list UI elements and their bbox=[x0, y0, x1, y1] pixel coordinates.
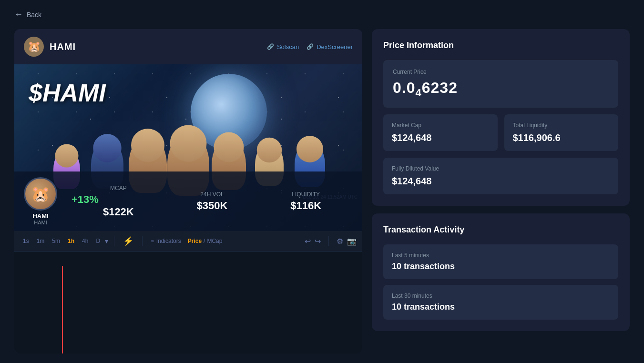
indicators-label: Indicators bbox=[156, 238, 181, 244]
chart-type-button[interactable]: ⚡ bbox=[120, 235, 136, 247]
timeframe-1h[interactable]: 1h bbox=[65, 236, 77, 246]
chart-price-line bbox=[62, 266, 63, 353]
mcap-change: +13% bbox=[72, 193, 99, 206]
token-profile-ticker: HAMI bbox=[34, 220, 47, 225]
timeframe-d[interactable]: D bbox=[93, 236, 103, 246]
timeframe-dropdown[interactable]: ▾ bbox=[105, 237, 108, 245]
stat-vol: 24H VOL $350K bbox=[165, 191, 259, 212]
fdv-label: Fully Diluted Value bbox=[392, 165, 610, 172]
back-button[interactable]: ← Back bbox=[14, 10, 41, 20]
price-info-title: Price Information bbox=[383, 40, 618, 50]
slash-separator: / bbox=[204, 238, 205, 244]
price-subscript: 4 bbox=[415, 87, 421, 99]
current-price-label: Current Price bbox=[393, 69, 609, 75]
chart-container: 1s 1m 5m 1h 4h D ▾ ⚡ ≈ Indicators bbox=[14, 231, 362, 353]
price-main: 0.0 bbox=[393, 79, 415, 96]
current-price-value: 0.046232 bbox=[393, 79, 609, 99]
back-arrow-icon: ← bbox=[14, 10, 23, 20]
transaction-section: Transaction Activity Last 5 minutes 10 t… bbox=[372, 213, 630, 331]
back-label: Back bbox=[27, 11, 41, 19]
stat-liquidity: LIQUIDITY $116K bbox=[259, 191, 353, 212]
vol-value: $350K bbox=[165, 200, 259, 212]
liquidity-label: LIQUIDITY bbox=[259, 191, 353, 198]
token-header: 🐹 HAMI 🔗 Solscan 🔗 DexScreener bbox=[14, 29, 362, 64]
right-panel: Price Information Current Price 0.046232… bbox=[372, 29, 630, 353]
vol-label: 24H VOL bbox=[165, 191, 259, 198]
stat-mcap: MCAP +13% $122K bbox=[72, 185, 165, 218]
total-liquidity-label: Total Liquidity bbox=[513, 122, 610, 129]
current-price-card: Current Price 0.046232 bbox=[383, 60, 618, 108]
dexscreener-link[interactable]: 🔗 DexScreener bbox=[307, 43, 353, 50]
undo-button[interactable]: ↩ bbox=[305, 237, 311, 246]
main-content: 🐹 HAMI 🔗 Solscan 🔗 DexScreener bbox=[14, 29, 630, 353]
total-liquidity-card: Total Liquidity $116,906.6 bbox=[504, 114, 619, 151]
toolbar-separator-1 bbox=[114, 236, 114, 246]
link-icon: 🔗 bbox=[267, 43, 274, 50]
tx-5min-card: Last 5 minutes 10 transactions bbox=[383, 244, 618, 279]
chart-toolbar: 1s 1m 5m 1h 4h D ▾ ⚡ ≈ Indicators bbox=[14, 231, 362, 252]
price-mcap-toggle: Price / MCap bbox=[188, 238, 223, 244]
mcap-toggle-label[interactable]: MCap bbox=[207, 238, 222, 244]
toolbar-right: ↩ ↪ ⚙ 📷 bbox=[305, 236, 357, 246]
token-profile: 🐹 HAMI HAMI bbox=[24, 177, 57, 225]
settings-button[interactable]: ⚙ bbox=[337, 237, 343, 246]
timeframe-4h[interactable]: 4h bbox=[79, 236, 91, 246]
market-cap-label: Market Cap bbox=[392, 122, 489, 129]
fdv-card: Fully Diluted Value $124,648 bbox=[383, 158, 618, 194]
timeframe-1m[interactable]: 1m bbox=[34, 236, 48, 246]
camera-button[interactable]: 📷 bbox=[347, 237, 357, 246]
toolbar-separator-2 bbox=[142, 236, 143, 246]
mcap-value: $122K bbox=[72, 206, 165, 218]
price-toggle-label[interactable]: Price bbox=[188, 238, 202, 244]
token-links: 🔗 Solscan 🔗 DexScreener bbox=[267, 43, 353, 50]
mcap-value-row: +13% bbox=[72, 193, 165, 206]
toolbar-separator-3 bbox=[328, 236, 329, 246]
price-suffix: 6232 bbox=[422, 79, 458, 96]
liquidity-value: $116K bbox=[259, 200, 353, 212]
token-title: 🐹 HAMI bbox=[24, 37, 76, 57]
redo-button[interactable]: ↪ bbox=[315, 237, 321, 246]
price-info-section: Price Information Current Price 0.046232… bbox=[372, 29, 630, 206]
solscan-label: Solscan bbox=[277, 43, 299, 50]
left-panel: 🐹 HAMI 🔗 Solscan 🔗 DexScreener bbox=[14, 29, 362, 353]
total-liquidity-value: $116,906.6 bbox=[513, 132, 610, 143]
transaction-title: Transaction Activity bbox=[383, 225, 618, 235]
mcap-label: MCAP bbox=[72, 185, 165, 192]
tx-30min-label: Last 30 minutes bbox=[392, 292, 610, 299]
banner-stats: 🐹 HAMI HAMI MCAP +13% $122K 24H bbox=[14, 171, 362, 231]
timeframe-1s[interactable]: 1s bbox=[20, 236, 32, 246]
market-cap-card: Market Cap $124,648 bbox=[383, 114, 498, 151]
market-cap-liquidity-row: Market Cap $124,648 Total Liquidity $116… bbox=[383, 114, 618, 151]
fdv-value: $124,648 bbox=[392, 176, 610, 187]
solscan-link[interactable]: 🔗 Solscan bbox=[267, 43, 299, 50]
dexscreener-label: DexScreener bbox=[317, 43, 353, 50]
indicators-icon: ≈ bbox=[151, 238, 154, 244]
page: ← Back 🐹 HAMI 🔗 Solscan 🔗 DexScr bbox=[0, 0, 644, 363]
tx-5min-label: Last 5 minutes bbox=[392, 252, 610, 259]
token-name: HAMI bbox=[50, 41, 76, 52]
token-banner: $HAMI Dec 10, 24 11:52AM UTC bbox=[14, 64, 362, 231]
tx-30min-card: Last 30 minutes 10 transactions bbox=[383, 285, 618, 320]
avatar: 🐹 bbox=[24, 37, 44, 57]
dexscreener-link-icon: 🔗 bbox=[307, 43, 314, 50]
token-profile-name: HAMI bbox=[32, 212, 48, 220]
chart-area bbox=[14, 252, 362, 353]
market-cap-value: $124,648 bbox=[392, 132, 489, 143]
indicators-button[interactable]: ≈ Indicators bbox=[148, 236, 184, 246]
tx-5min-value: 10 transactions bbox=[392, 262, 610, 272]
tx-30min-value: 10 transactions bbox=[392, 302, 610, 312]
timeframe-5m[interactable]: 5m bbox=[49, 236, 63, 246]
token-profile-avatar: 🐹 bbox=[24, 177, 57, 211]
